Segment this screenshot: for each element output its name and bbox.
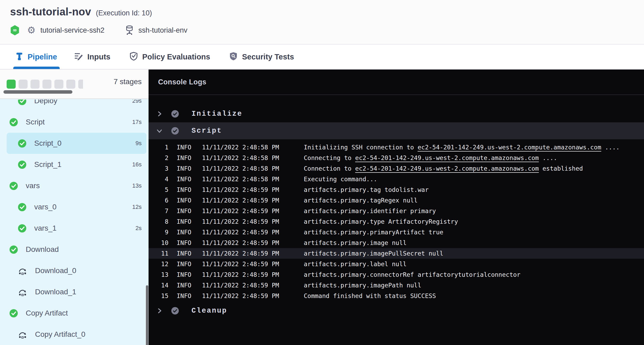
- log-text: Connection to: [304, 165, 355, 172]
- horizontal-scrollbar-thumb[interactable]: [3, 90, 72, 94]
- log-line[interactable]: 15 INFO 11/11/2022 2:48:59 PM Command fi…: [149, 291, 644, 301]
- header-meta-row: ∞ ⚙ tutorial-service-ssh2 ssh-tutorial-: [10, 25, 187, 35]
- stage-row-script-0[interactable]: Script_0 9s: [7, 133, 146, 154]
- log-text: artifacts.primary.connectorRef artifacto…: [304, 271, 520, 278]
- log-message: artifacts.primary.connectorRef artifacto…: [304, 271, 520, 278]
- log-level: INFO: [177, 218, 191, 225]
- step-success-icon: [171, 110, 179, 118]
- log-line[interactable]: 1 INFO 11/11/2022 2:48:58 PM Initializin…: [149, 142, 644, 153]
- log-line[interactable]: 7 INFO 11/11/2022 2:48:59 PM artifacts.p…: [149, 206, 644, 216]
- log-line[interactable]: 2 INFO 11/11/2022 2:48:58 PM Connecting …: [149, 153, 644, 163]
- log-line[interactable]: 13 INFO 11/11/2022 2:48:59 PM artifacts.…: [149, 269, 644, 280]
- stage-name: Download: [26, 245, 59, 254]
- log-message: Connection to ec2-54-201-142-249.us-west…: [304, 165, 583, 172]
- stage-row-vars-0[interactable]: vars_0 12s: [7, 196, 146, 218]
- log-timestamp: 11/11/2022 2:48:59 PM: [202, 208, 279, 214]
- sidebar-scrollbar-thumb[interactable]: [146, 285, 148, 345]
- stage-row-download-0[interactable]: Download_0: [7, 260, 146, 281]
- page-title: ssh-tutorial-nov: [10, 6, 91, 18]
- log-timestamp: 11/11/2022 2:48:59 PM: [202, 186, 279, 193]
- log-host-link[interactable]: ec2-54-201-142-249.us-west-2.compute.ama…: [355, 154, 539, 161]
- log-line-number: 3: [149, 165, 168, 172]
- log-line[interactable]: 6 INFO 11/11/2022 2:48:59 PM artifacts.p…: [149, 195, 644, 206]
- log-timestamp: 11/11/2022 2:48:59 PM: [202, 292, 279, 299]
- log-section-script[interactable]: Script: [149, 122, 644, 139]
- tab-pipeline[interactable]: Pipeline: [15, 45, 57, 69]
- progress-segment: [78, 80, 83, 89]
- environment-icon: [125, 25, 134, 35]
- log-line-number: 9: [149, 229, 168, 236]
- log-text: Connecting to: [304, 154, 355, 161]
- stage-row-script[interactable]: Script 17s: [7, 111, 146, 133]
- log-level: INFO: [177, 229, 191, 236]
- log-level: INFO: [177, 165, 191, 172]
- stage-name: Download_1: [35, 288, 76, 296]
- log-message: Connecting to ec2-54-201-142-249.us-west…: [304, 154, 557, 161]
- chevron-right-icon[interactable]: [156, 307, 164, 314]
- environment-name[interactable]: ssh-tutorial-env: [138, 26, 188, 34]
- log-line[interactable]: 5 INFO 11/11/2022 2:48:59 PM artifacts.p…: [149, 184, 644, 195]
- inputs-tab-icon: [75, 52, 83, 61]
- command-step-icon: [18, 266, 27, 275]
- log-level: INFO: [177, 239, 191, 246]
- log-level: INFO: [177, 271, 191, 278]
- log-line-number: 1: [149, 144, 168, 151]
- log-timestamp: 11/11/2022 2:48:59 PM: [202, 229, 279, 236]
- log-text: Executing command...: [304, 176, 377, 183]
- log-text: artifacts.primary.image null: [304, 239, 407, 246]
- log-line-number: 15: [149, 292, 168, 299]
- stage-row-download[interactable]: Download: [7, 239, 146, 260]
- stage-row-download-1[interactable]: Download_1: [7, 281, 146, 303]
- stage-name: vars_0: [34, 203, 56, 211]
- log-line[interactable]: 10 INFO 11/11/2022 2:48:59 PM artifacts.…: [149, 238, 644, 248]
- stage-success-icon: [18, 203, 26, 211]
- log-section-cleanup[interactable]: Cleanup: [149, 302, 644, 319]
- log-message: Command finished with status SUCCESS: [304, 292, 436, 299]
- stage-row-copy-artifact-0[interactable]: Copy Artifact_0: [7, 324, 146, 345]
- log-text: artifacts.primary.identifier primary: [304, 208, 436, 214]
- service-name[interactable]: tutorial-service-ssh2: [40, 26, 105, 34]
- log-host-link[interactable]: ec2-54-201-142-249.us-west-2.compute.ama…: [355, 165, 539, 172]
- log-timestamp: 11/11/2022 2:48:58 PM: [202, 144, 279, 151]
- log-line[interactable]: 4 INFO 11/11/2022 2:48:58 PM Executing c…: [149, 174, 644, 184]
- stage-success-icon: [18, 100, 26, 105]
- log-text: artifacts.primary.tag todolist.war: [304, 186, 429, 193]
- stage-row-copy-artifact[interactable]: Copy Artifact: [7, 303, 146, 324]
- stage-duration: 16s: [132, 161, 142, 168]
- log-line[interactable]: 14 INFO 11/11/2022 2:48:59 PM artifacts.…: [149, 280, 644, 291]
- chevron-right-icon[interactable]: [156, 110, 164, 117]
- log-section-initialize[interactable]: Initialize: [149, 105, 644, 122]
- log-line-number: 13: [149, 271, 168, 278]
- log-line[interactable]: 8 INFO 11/11/2022 2:48:59 PM artifacts.p…: [149, 216, 644, 227]
- step-success-icon: [171, 127, 179, 135]
- pipeline-success-icon: ∞: [10, 25, 20, 35]
- log-host-link[interactable]: ec2-54-201-142-249.us-west-2.compute.ama…: [417, 144, 601, 151]
- progress-segment: [54, 80, 63, 89]
- tab-policy-evaluations[interactable]: Policy Evaluations: [129, 45, 210, 69]
- log-level: INFO: [177, 250, 191, 257]
- stage-duration: 9s: [136, 140, 142, 147]
- stage-duration: 29s: [132, 100, 142, 104]
- log-level: INFO: [177, 261, 191, 268]
- tab-security-tests[interactable]: Security Tests: [229, 45, 294, 69]
- log-level: INFO: [177, 186, 191, 193]
- chevron-down-icon[interactable]: [156, 127, 164, 134]
- stage-name: Script_0: [34, 139, 62, 148]
- stage-success-icon: [18, 139, 26, 148]
- log-line[interactable]: 12 INFO 11/11/2022 2:48:59 PM artifacts.…: [149, 259, 644, 269]
- stage-row-vars-1[interactable]: vars_1 2s: [7, 218, 146, 239]
- stage-row-deploy[interactable]: Deploy 29s: [7, 100, 146, 111]
- log-line[interactable]: 9 INFO 11/11/2022 2:48:59 PM artifacts.p…: [149, 227, 644, 238]
- command-step-icon: [18, 330, 27, 339]
- stage-success-icon: [10, 182, 18, 190]
- stage-row-script-1[interactable]: Script_1 16s: [7, 154, 146, 175]
- log-message: artifacts.primary.tag todolist.war: [304, 186, 429, 193]
- console-title: Console Logs: [158, 78, 206, 86]
- log-line-number: 14: [149, 282, 168, 289]
- tab-inputs[interactable]: Inputs: [75, 45, 110, 69]
- stage-row-vars[interactable]: vars 13s: [7, 175, 146, 196]
- policy-evaluations-tab-icon: [129, 52, 138, 62]
- log-line[interactable]: 3 INFO 11/11/2022 2:48:58 PM Connection …: [149, 163, 644, 174]
- log-lines: 1 INFO 11/11/2022 2:48:58 PM Initializin…: [149, 139, 644, 301]
- log-line[interactable]: 11 INFO 11/11/2022 2:48:59 PM artifacts.…: [149, 248, 644, 259]
